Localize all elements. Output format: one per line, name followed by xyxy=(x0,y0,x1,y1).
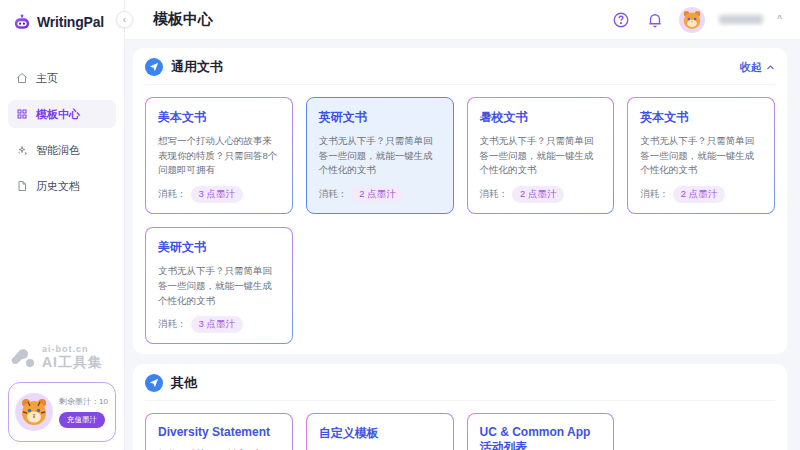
cost-label: 消耗： xyxy=(640,188,669,201)
card-desc: 文书无从下手？只需简单回答一些问题，就能一键生成个性化的文书 xyxy=(158,264,280,308)
template-card-us-grad[interactable]: 美研文书 文书无从下手？只需简单回答一些问题，就能一键生成个性化的文书 消耗： … xyxy=(145,227,293,344)
template-card-summer-school[interactable]: 暑校文书 文书无从下手？只需简单回答一些问题，就能一键生成个性化的文书 消耗： … xyxy=(467,97,615,214)
section-other: 其他 Diversity Statement 把你的独特经历告诉墨宝，就能讲述你… xyxy=(133,364,787,450)
chevron-up-icon xyxy=(766,63,775,72)
template-card-uk-undergrad[interactable]: 英本文书 文书无从下手？只需简单回答一些问题，就能一键生成个性化的文书 消耗： … xyxy=(627,97,775,214)
cost-badge: 3 点墨汁 xyxy=(191,186,243,203)
ink-balance-card: 剩余墨汁：10 充值墨汁 xyxy=(8,382,116,442)
bell-icon[interactable] xyxy=(645,10,665,30)
chevron-left-icon: ‹ xyxy=(123,14,126,25)
cost-label: 消耗： xyxy=(158,318,187,331)
card-title: 英本文书 xyxy=(640,109,762,126)
card-title: 暑校文书 xyxy=(480,109,602,126)
page-title: 模板中心 xyxy=(153,10,213,29)
card-title: 美本文书 xyxy=(158,109,280,126)
card-title: 美研文书 xyxy=(158,239,280,256)
cost-badge: 2 点墨汁 xyxy=(351,186,403,203)
section-general-essays: 通用文书 收起 美本文书 想写一个打动人心的故事来表现你的特质？只需回答8个问题… xyxy=(133,48,787,354)
sidebar-item-template-center[interactable]: 模板中心 xyxy=(8,100,116,128)
paper-plane-icon xyxy=(145,58,163,76)
watermark-domain: ai-bot.cn xyxy=(42,344,103,354)
sidebar-item-smart-polish[interactable]: 智能润色 xyxy=(8,136,116,164)
card-title: 英研文书 xyxy=(319,109,441,126)
sidebar-item-history-docs[interactable]: 历史文档 xyxy=(8,172,116,200)
sidebar-item-label: 主页 xyxy=(36,71,58,86)
card-title: UC & Common App 活动列表 xyxy=(480,425,602,450)
content-scroll-area: 通用文书 收起 美本文书 想写一个打动人心的故事来表现你的特质？只需回答8个问题… xyxy=(125,40,800,450)
card-grid-row-1: Diversity Statement 把你的独特经历告诉墨宝，就能讲述你不一样… xyxy=(145,413,775,450)
paper-plane-icon xyxy=(145,374,163,392)
app-name: WritingPal xyxy=(37,14,104,30)
sidebar-item-label: 模板中心 xyxy=(36,107,80,122)
sidebar-collapse-button[interactable]: ‹ xyxy=(116,11,133,28)
cost-label: 消耗： xyxy=(319,188,348,201)
user-avatar[interactable] xyxy=(679,7,705,33)
main-area: 模板中心 xyxy=(125,0,800,450)
section-header: 通用文书 收起 xyxy=(145,58,775,85)
sidebar-item-label: 智能润色 xyxy=(36,143,80,158)
template-card-custom-template[interactable]: 自定义模板 根据自身的需求，自行设计问题的模版，并且可以保存和收藏在未来使用 消… xyxy=(306,413,454,450)
card-grid-row-2: 美研文书 文书无从下手？只需简单回答一些问题，就能一键生成个性化的文书 消耗： … xyxy=(145,227,775,344)
topbar-actions: ^ xyxy=(611,7,782,33)
collapse-section-link[interactable]: 收起 xyxy=(740,60,775,75)
sidebar: WritingPal ‹ 主页 模板中心 智能润色 xyxy=(0,0,125,450)
card-desc: 文书无从下手？只需简单回答一些问题，就能一键生成个性化的文书 xyxy=(640,134,762,178)
sidebar-item-label: 历史文档 xyxy=(36,179,80,194)
app-window: WritingPal ‹ 主页 模板中心 智能润色 xyxy=(0,0,800,450)
cost-label: 消耗： xyxy=(480,188,509,201)
template-card-us-undergrad[interactable]: 美本文书 想写一个打动人心的故事来表现你的特质？只需回答8个问题即可拥有 消耗：… xyxy=(145,97,293,214)
card-desc: 文书无从下手？只需简单回答一些问题，就能一键生成个性化的文书 xyxy=(319,134,441,178)
ai-bot-watermark: ai-bot.cn AI工具集 xyxy=(0,344,124,382)
username-redacted xyxy=(719,15,763,24)
card-title: 自定义模板 xyxy=(319,425,441,442)
card-desc: 文书无从下手？只需简单回答一些问题，就能一键生成个性化的文书 xyxy=(480,134,602,178)
section-header: 其他 xyxy=(145,374,775,401)
tiger-avatar xyxy=(15,393,53,431)
sidebar-item-home[interactable]: 主页 xyxy=(8,64,116,92)
card-grid-row-1: 美本文书 想写一个打动人心的故事来表现你的特质？只需回答8个问题即可拥有 消耗：… xyxy=(145,97,775,214)
logo[interactable]: WritingPal xyxy=(0,0,124,42)
ai-bot-logo-icon xyxy=(10,347,36,369)
grid-icon xyxy=(16,108,28,120)
help-icon[interactable] xyxy=(611,10,631,30)
watermark-title: AI工具集 xyxy=(42,354,103,372)
card-title: Diversity Statement xyxy=(158,425,280,439)
chevron-up-icon[interactable]: ^ xyxy=(777,14,782,25)
cost-badge: 3 点墨汁 xyxy=(191,316,243,333)
template-card-uk-grad[interactable]: 英研文书 文书无从下手？只需简单回答一些问题，就能一键生成个性化的文书 消耗： … xyxy=(306,97,454,214)
template-card-diversity-statement[interactable]: Diversity Statement 把你的独特经历告诉墨宝，就能讲述你不一样… xyxy=(145,413,293,450)
home-icon xyxy=(16,72,28,84)
template-card-uc-common-app-activity-list[interactable]: UC & Common App 活动列表 总是拿捏不准限定的字数？交给我们！ 消… xyxy=(467,413,615,450)
section-title: 通用文书 xyxy=(171,58,223,76)
sidebar-menu: 主页 模板中心 智能润色 历史文档 xyxy=(0,64,124,200)
recharge-ink-button[interactable]: 充值墨汁 xyxy=(59,412,105,428)
cost-badge: 2 点墨汁 xyxy=(673,186,725,203)
document-icon xyxy=(16,180,28,192)
card-desc: 想写一个打动人心的故事来表现你的特质？只需回答8个问题即可拥有 xyxy=(158,134,280,178)
remaining-ink-label: 剩余墨汁：10 xyxy=(59,396,108,407)
sparkles-icon xyxy=(16,144,28,156)
cost-label: 消耗： xyxy=(158,188,187,201)
writingpal-robot-icon xyxy=(12,12,32,32)
top-bar: 模板中心 xyxy=(125,0,800,40)
section-title: 其他 xyxy=(171,374,197,392)
cost-badge: 2 点墨汁 xyxy=(512,186,564,203)
